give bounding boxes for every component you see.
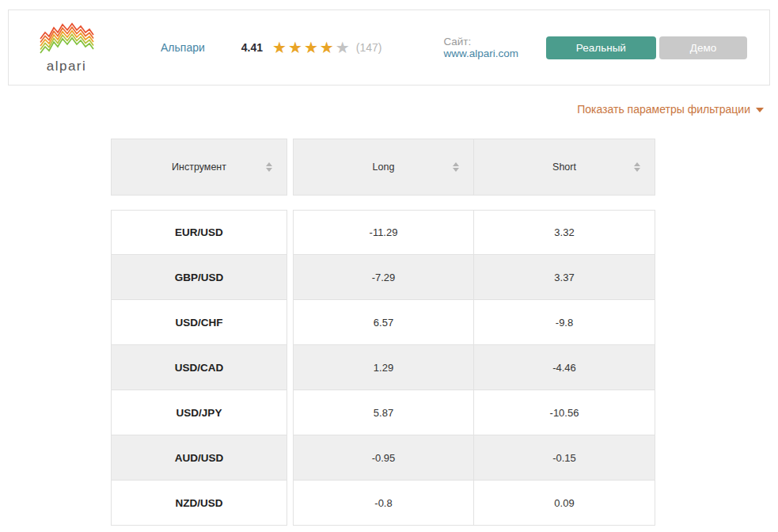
star-icon: ★: [288, 39, 304, 56]
long-value-cell: -0.8: [293, 481, 473, 526]
table-row: AUD/USD -0.95 -0.15: [111, 435, 655, 481]
star-icon: ★: [272, 39, 288, 56]
instrument-cell: GBP/USD: [111, 255, 287, 300]
column-header-label: Инструмент: [172, 162, 226, 173]
short-value-cell: 0.09: [473, 481, 655, 526]
rating-count-link[interactable]: (147): [356, 41, 382, 54]
page: alpari Альпари 4.41 ★★★★★ (147) Сайт: ww…: [0, 0, 778, 532]
rating-block: 4.41 ★★★★★ (147): [241, 40, 382, 55]
sentiment-table: Инструмент Long Short EUR/USD -11.29 3.3…: [111, 139, 655, 526]
short-value-cell: -4.46: [473, 345, 655, 390]
long-value-cell: 5.87: [293, 390, 473, 435]
star-icon: ★: [320, 39, 336, 56]
instrument-cell: NZD/USD: [111, 481, 287, 526]
site-label: Сайт:: [443, 36, 471, 48]
short-value-cell: 3.37: [473, 255, 655, 300]
long-value-cell: 1.29: [293, 345, 473, 390]
short-value-cell: 3.32: [473, 210, 655, 255]
alpari-logo[interactable]: alpari: [37, 21, 96, 74]
table-row: USD/JPY 5.87 -10.56: [111, 390, 655, 435]
long-value-cell: 6.57: [293, 300, 473, 345]
column-header-long[interactable]: Long: [293, 139, 473, 196]
real-account-button[interactable]: Реальный счет: [546, 36, 656, 59]
column-header-short[interactable]: Short: [473, 139, 655, 196]
table-row: USD/CAD 1.29 -4.46: [111, 345, 655, 390]
filter-toggle-label: Показать параметры фильтрации: [577, 103, 750, 116]
column-header-instrument[interactable]: Инструмент: [111, 139, 287, 196]
star-empty-icon: ★: [336, 39, 351, 56]
account-buttons: Реальный счет Демо счет: [546, 36, 747, 59]
instrument-cell: AUD/USD: [111, 435, 287, 481]
short-value-cell: -9.8: [473, 300, 655, 345]
site-block: Сайт: www.alpari.com: [443, 36, 545, 59]
table-row: NZD/USD -0.8 0.09: [111, 481, 655, 526]
instrument-cell: USD/CHF: [111, 300, 287, 345]
table-row: GBP/USD -7.29 3.37: [111, 255, 655, 300]
demo-account-button[interactable]: Демо счет: [659, 36, 747, 59]
instrument-cell: USD/CAD: [111, 345, 287, 390]
short-value-cell: -10.56: [473, 390, 655, 435]
sort-icon[interactable]: [266, 162, 272, 172]
star-icon: ★: [304, 39, 320, 56]
table-row: USD/CHF 6.57 -9.8: [111, 300, 655, 345]
column-header-label: Long: [373, 162, 395, 173]
chevron-down-icon: [756, 108, 764, 112]
sort-icon[interactable]: [453, 162, 459, 172]
long-value-cell: -11.29: [293, 210, 473, 255]
column-header-label: Short: [552, 162, 576, 173]
instrument-cell: EUR/USD: [111, 210, 287, 255]
sort-icon[interactable]: [634, 162, 640, 172]
broker-name-link[interactable]: Альпари: [161, 41, 205, 54]
long-value-cell: -7.29: [293, 255, 473, 300]
alpari-logo-icon: [37, 21, 96, 58]
instrument-cell: USD/JPY: [111, 390, 287, 435]
table-row: EUR/USD -11.29 3.32: [111, 210, 655, 255]
alpari-logo-text: alpari: [47, 59, 87, 74]
short-value-cell: -0.15: [473, 435, 655, 481]
table-header-row: Инструмент Long Short: [111, 139, 655, 196]
long-value-cell: -0.95: [293, 435, 473, 481]
table-body: EUR/USD -11.29 3.32 GBP/USD -7.29 3.37 U…: [111, 210, 655, 526]
rating-value: 4.41: [241, 41, 263, 54]
broker-header-card: alpari Альпари 4.41 ★★★★★ (147) Сайт: ww…: [8, 10, 770, 86]
site-url-link[interactable]: www.alpari.com: [443, 48, 518, 59]
filter-toggle-link[interactable]: Показать параметры фильтрации: [577, 103, 764, 116]
rating-stars: ★★★★★: [272, 40, 351, 55]
